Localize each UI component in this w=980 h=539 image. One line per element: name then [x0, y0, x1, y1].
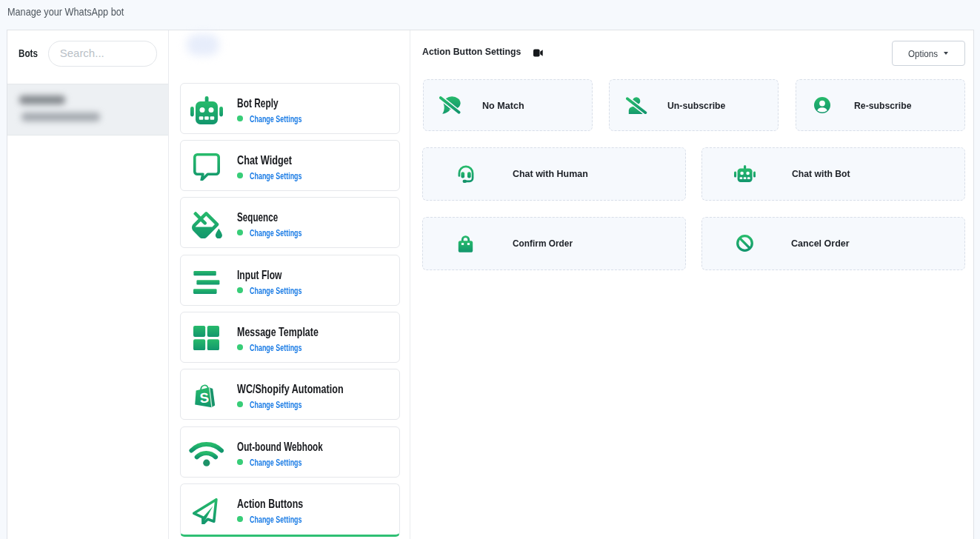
svg-text:S: S [199, 389, 209, 406]
